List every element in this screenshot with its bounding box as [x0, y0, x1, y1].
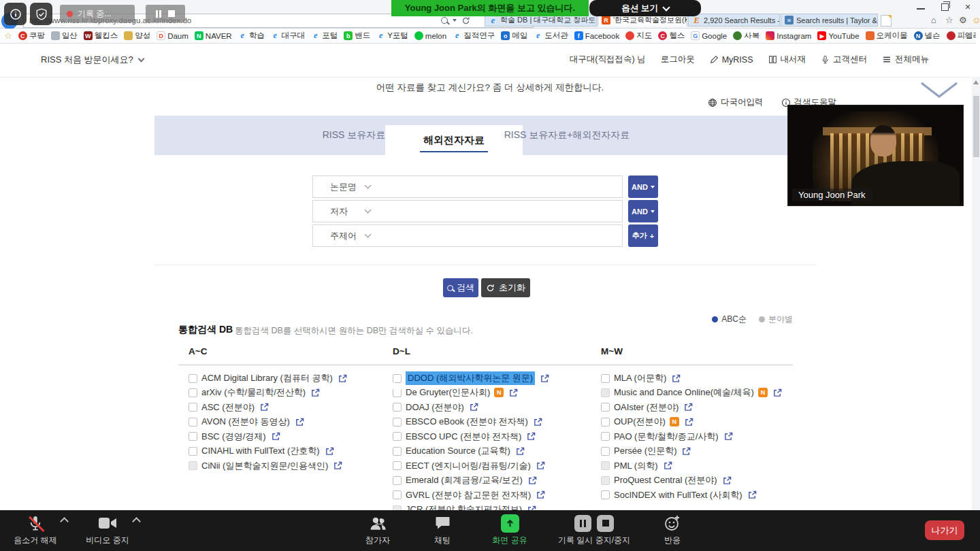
external-link-icon[interactable]: [682, 447, 691, 456]
external-link-icon[interactable]: [536, 490, 545, 499]
info-overlay-button[interactable]: [4, 3, 27, 25]
bookmark-item[interactable]: 피엘라벤: [947, 31, 976, 41]
external-link-icon[interactable]: [684, 403, 693, 412]
scrollbar-thumb[interactable]: [973, 96, 979, 157]
toolbar-record-button[interactable]: 기록 일시 중지/중지: [550, 513, 638, 546]
bookmark-item[interactable]: o메일: [501, 31, 527, 41]
external-link-icon[interactable]: [724, 432, 733, 441]
bookmark-item[interactable]: e학습: [238, 31, 265, 41]
external-link-icon[interactable]: [536, 461, 545, 470]
collapse-chevron-icon[interactable]: [920, 82, 958, 102]
pause-recording-icon[interactable]: [156, 10, 161, 18]
db-checkbox[interactable]: [393, 374, 402, 383]
external-link-icon[interactable]: [470, 403, 478, 412]
user-menu-item[interactable]: 고객센터: [821, 54, 867, 65]
boolean-operator-button[interactable]: AND: [628, 176, 658, 198]
db-checkbox[interactable]: [601, 374, 610, 383]
toolbar-video-button[interactable]: 비디오 중지: [63, 513, 152, 546]
external-link-icon[interactable]: [338, 374, 347, 383]
settings-gear-icon[interactable]: ⚙: [959, 15, 967, 25]
external-link-icon[interactable]: [685, 418, 693, 427]
favorites-icon[interactable]: ☆: [945, 15, 953, 25]
db-checkbox[interactable]: [601, 447, 610, 456]
db-checkbox[interactable]: [393, 447, 402, 456]
bookmark-item[interactable]: 일산: [51, 31, 78, 41]
db-checkbox[interactable]: [601, 490, 610, 499]
search-tab[interactable]: RISS 보유자료+해외전자자료: [489, 116, 645, 155]
bookmark-item[interactable]: 오케이몰: [866, 31, 908, 41]
scroll-up-icon[interactable]: [973, 80, 979, 84]
db-checkbox[interactable]: [189, 388, 197, 397]
external-link-icon[interactable]: [311, 388, 320, 397]
toolbar-reactions-button[interactable]: 반응: [628, 513, 717, 546]
search-button[interactable]: 검색: [443, 278, 478, 297]
bookmark-item[interactable]: GGoogle: [691, 31, 727, 40]
user-menu-item[interactable]: 내서재: [768, 54, 806, 65]
sort-option[interactable]: ABC순: [712, 314, 747, 325]
db-checkbox[interactable]: [393, 461, 402, 470]
refresh-icon[interactable]: [461, 16, 470, 25]
field-type-select[interactable]: 저자: [312, 200, 623, 222]
page-scrollbar[interactable]: [972, 77, 980, 510]
minimize-icon[interactable]: [917, 2, 925, 10]
db-checkbox[interactable]: [393, 490, 402, 499]
external-link-icon[interactable]: [664, 461, 672, 470]
user-menu-item[interactable]: 로그아웃: [661, 54, 695, 65]
db-checkbox[interactable]: [189, 374, 197, 383]
external-link-icon[interactable]: [748, 490, 757, 499]
external-link-icon[interactable]: [325, 447, 334, 456]
search-term-input[interactable]: [370, 225, 622, 246]
db-checkbox[interactable]: [601, 403, 610, 412]
close-icon[interactable]: ×: [965, 2, 970, 12]
new-tab-button[interactable]: [881, 15, 892, 27]
tool-link[interactable]: 다국어입력: [708, 97, 764, 108]
bookmark-item[interactable]: C쿠팡: [18, 31, 45, 41]
db-checkbox[interactable]: [393, 418, 402, 427]
view-options-button[interactable]: 옵션 보기: [589, 0, 701, 16]
bookmark-item[interactable]: e포털: [311, 31, 338, 41]
external-link-icon[interactable]: [295, 418, 304, 427]
bookmark-item[interactable]: 사복: [733, 31, 760, 41]
reset-button[interactable]: 초기화: [481, 278, 530, 297]
external-link-icon[interactable]: [528, 476, 537, 485]
external-link-icon[interactable]: [540, 374, 549, 383]
bookmark-item[interactable]: fFacebook: [574, 31, 620, 40]
bookmark-item[interactable]: W웰킵스: [84, 31, 118, 41]
external-link-icon[interactable]: [509, 388, 518, 397]
external-link-icon[interactable]: [272, 432, 280, 441]
bookmark-item[interactable]: DDaum: [157, 31, 189, 40]
external-link-icon[interactable]: [333, 461, 342, 470]
bookmark-item[interactable]: ▶YouTube: [817, 31, 859, 40]
sort-option[interactable]: 분야별: [759, 314, 793, 325]
bookmark-item[interactable]: e도서관: [534, 31, 568, 41]
toolbar-share-button[interactable]: 화면 공유: [466, 513, 554, 546]
user-menu-item[interactable]: MyRISS: [710, 55, 753, 65]
bookmark-item[interactable]: 양성: [124, 31, 150, 41]
bookmarks-overflow-icon[interactable]: »: [964, 31, 969, 40]
field-type-select[interactable]: 주제어: [312, 224, 623, 247]
browser-tab[interactable]: E2,920 Search Results - Keywo...: [688, 14, 780, 27]
search-term-input[interactable]: [370, 176, 622, 197]
db-checkbox[interactable]: [393, 403, 402, 412]
bookmark-item[interactable]: e대구대: [271, 31, 306, 41]
home-icon[interactable]: ⌂: [931, 15, 936, 25]
webcam-video[interactable]: Young Joon Park: [788, 105, 963, 205]
bookmark-item[interactable]: e질적연구: [453, 31, 495, 41]
db-checkbox[interactable]: [601, 432, 610, 441]
db-checkbox[interactable]: [189, 403, 197, 412]
leave-meeting-button[interactable]: 나가기: [925, 520, 964, 540]
favorites-star-icon[interactable]: ☆: [4, 31, 12, 41]
search-term-input[interactable]: [370, 201, 622, 222]
pause-recording-icon[interactable]: [574, 515, 591, 532]
bookmark-item[interactable]: NNAVER: [195, 31, 232, 40]
external-link-icon[interactable]: [534, 418, 542, 427]
search-icon[interactable]: [441, 17, 448, 24]
db-checkbox[interactable]: [189, 432, 197, 441]
db-checkbox[interactable]: [189, 447, 197, 456]
add-field-button[interactable]: 추가+: [628, 224, 658, 247]
bookmark-item[interactable]: N넬슨: [914, 31, 941, 41]
riss-first-visit-notice[interactable]: RISS 처음 방문이세요?: [41, 54, 144, 66]
shield-overlay-button[interactable]: [30, 3, 52, 25]
bookmark-item[interactable]: b밴드: [344, 31, 370, 41]
browser-tab[interactable]: ≈Search results | Taylor & Fran...: [781, 14, 878, 27]
